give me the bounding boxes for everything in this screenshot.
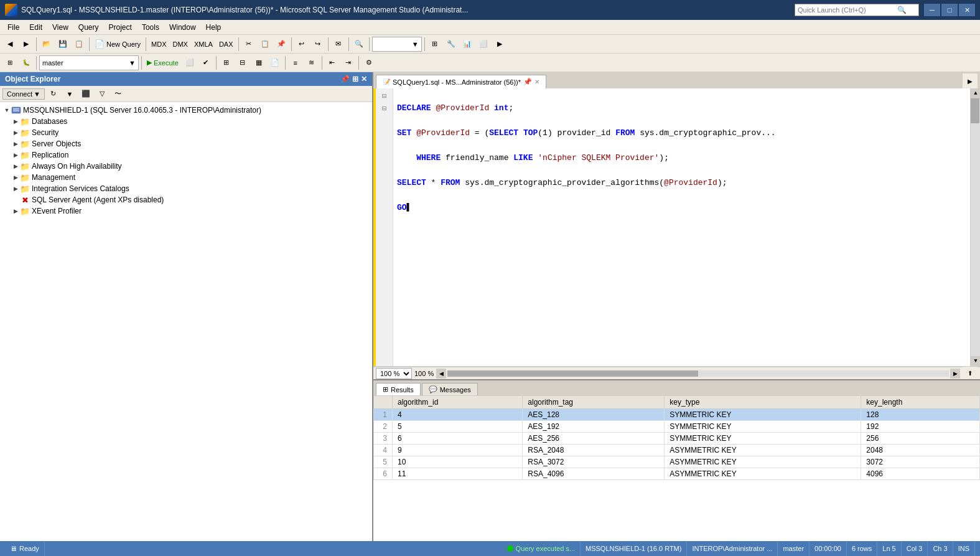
- parse-button[interactable]: ✔: [198, 55, 213, 70]
- options-button5[interactable]: ▶: [492, 37, 507, 52]
- xevent-expander[interactable]: ▶: [11, 207, 20, 215]
- vscroll-down-arrow[interactable]: ▼: [971, 356, 980, 366]
- col-key-type[interactable]: key_type: [665, 396, 861, 409]
- tb-btn-xmla[interactable]: XMLA: [192, 37, 215, 52]
- vscroll-track[interactable]: [971, 98, 980, 356]
- close-button[interactable]: ✕: [959, 4, 975, 16]
- oe-pin-icon[interactable]: 📌: [340, 75, 350, 83]
- menu-edit[interactable]: Edit: [24, 22, 47, 33]
- table-row[interactable]: 49RSA_2048ASYMMETRIC KEY2048: [374, 445, 980, 456]
- oe-close-icon[interactable]: ✕: [361, 75, 367, 83]
- agent-expander[interactable]: [11, 196, 20, 204]
- search-dropdown[interactable]: ▼: [372, 37, 422, 52]
- code-content[interactable]: DECLARE @ProviderId int; SET @ProviderId…: [393, 88, 970, 366]
- paste-button[interactable]: 📌: [274, 37, 289, 52]
- code-editor[interactable]: ⊟ ⊟ DECLARE @ProviderId int; SET @Provid…: [373, 88, 980, 367]
- execute-button[interactable]: ▶ Execute: [144, 55, 181, 70]
- col-key-length[interactable]: key_length: [861, 396, 980, 409]
- database-dropdown[interactable]: master ▼: [39, 55, 139, 70]
- server-objects-expander[interactable]: ▶: [11, 139, 20, 148]
- stop-button[interactable]: ⬜: [182, 55, 197, 70]
- hscroll-left-arrow[interactable]: ◀: [436, 369, 446, 379]
- table-row[interactable]: 611RSA_4096ASYMMETRIC KEY4096: [374, 468, 980, 480]
- open-file-button[interactable]: 📂: [39, 37, 54, 52]
- undo-button[interactable]: ↩: [294, 37, 309, 52]
- save-button[interactable]: 💾: [55, 37, 70, 52]
- options-button1[interactable]: ⊞: [427, 37, 442, 52]
- cut-button[interactable]: ✂: [241, 37, 256, 52]
- table-row[interactable]: 14AES_128SYMMETRIC KEY128: [374, 409, 980, 421]
- server-node[interactable]: ▼ MSSQLNSHIELD-1 (SQL Server 16.0.4065.3…: [0, 105, 372, 116]
- options-button4[interactable]: ⬜: [476, 37, 491, 52]
- tb-btn-mdx[interactable]: MDX: [149, 37, 169, 52]
- query-tab-1[interactable]: 📝 SQLQuery1.sql - MS...Administrator (56…: [376, 75, 546, 88]
- hscroll-right-arrow[interactable]: ▶: [950, 369, 960, 379]
- management-expander[interactable]: ▶: [11, 173, 20, 182]
- collapse-1[interactable]: ⊟: [378, 90, 390, 102]
- redo-button[interactable]: ↪: [310, 37, 325, 52]
- tb-btn-dax[interactable]: DAX: [217, 37, 236, 52]
- vscroll-thumb[interactable]: [971, 98, 979, 123]
- results-button[interactable]: ▦: [251, 55, 266, 70]
- oe-filter2-button[interactable]: ▽: [95, 87, 110, 101]
- scroll-tabs-right[interactable]: ▶: [963, 73, 978, 88]
- security-expander[interactable]: ▶: [11, 128, 20, 137]
- new-query-button[interactable]: 📄 New Query: [92, 37, 143, 52]
- oe-refresh-button[interactable]: ↻: [46, 87, 61, 101]
- results-to-file-button[interactable]: 📄: [268, 55, 282, 70]
- tree-databases[interactable]: ▶ 📁 Databases: [0, 116, 372, 127]
- menu-help[interactable]: Help: [201, 22, 226, 33]
- options-button3[interactable]: 📊: [460, 37, 475, 52]
- execution-plan-button[interactable]: ⊞: [219, 55, 234, 70]
- copy-button[interactable]: 📋: [258, 37, 273, 52]
- menu-view[interactable]: View: [47, 22, 73, 33]
- tree-xevent[interactable]: ▶ 📁 XEvent Profiler: [0, 205, 372, 217]
- mail-button[interactable]: ✉: [331, 37, 346, 52]
- always-on-expander[interactable]: ▶: [11, 162, 20, 171]
- server-expander[interactable]: ▼: [2, 106, 11, 115]
- results-tab[interactable]: ⊞ Results: [376, 383, 421, 395]
- hscroll-track[interactable]: [447, 370, 949, 377]
- menu-query[interactable]: Query: [73, 22, 104, 33]
- oe-filter-button[interactable]: ▼: [62, 87, 77, 101]
- minimize-button[interactable]: ─: [924, 4, 940, 16]
- format-button2[interactable]: ≋: [304, 55, 319, 70]
- debug-button[interactable]: 🐛: [19, 55, 34, 70]
- tb-btn-dmx[interactable]: DMX: [170, 37, 190, 52]
- indent-button[interactable]: ⊞: [2, 55, 17, 70]
- save-all-button[interactable]: 📋: [72, 37, 86, 52]
- expand-editor-button[interactable]: ⬆: [963, 366, 978, 381]
- messages-tab[interactable]: 💬 Messages: [422, 383, 478, 395]
- forward-button[interactable]: ▶: [19, 37, 34, 52]
- maximize-button[interactable]: □: [941, 4, 958, 16]
- collapse-2[interactable]: ⊟: [378, 102, 390, 115]
- integration-expander[interactable]: ▶: [11, 184, 20, 193]
- menu-tools[interactable]: Tools: [137, 22, 164, 33]
- oe-stop-button[interactable]: ⬛: [78, 87, 93, 101]
- tree-server-objects[interactable]: ▶ 📁 Server Objects: [0, 138, 372, 149]
- table-row[interactable]: 36AES_256SYMMETRIC KEY256: [374, 433, 980, 445]
- col-algorithm-id[interactable]: algorithm_id: [393, 396, 523, 409]
- table-row[interactable]: 510RSA_3072ASYMMETRIC KEY3072: [374, 456, 980, 468]
- indent-right-button[interactable]: ⇥: [341, 55, 356, 70]
- col-algorithm-tag[interactable]: algorithm_tag: [523, 396, 665, 409]
- databases-expander[interactable]: ▶: [11, 117, 20, 126]
- tree-always-on[interactable]: ▶ 📁 Always On High Availability: [0, 161, 372, 172]
- table-row[interactable]: 25AES_192SYMMETRIC KEY192: [374, 421, 980, 433]
- indent-left-button[interactable]: ⇤: [325, 55, 340, 70]
- zoom-select[interactable]: 100 %: [376, 368, 412, 379]
- hscroll-thumb[interactable]: [447, 370, 698, 377]
- oe-dock-icon[interactable]: ⊞: [352, 75, 358, 83]
- tree-replication[interactable]: ▶ 📁 Replication: [0, 149, 372, 161]
- more-button[interactable]: ⚙: [362, 55, 376, 70]
- client-stats-button[interactable]: ⊟: [235, 55, 250, 70]
- tree-security[interactable]: ▶ 📁 Security: [0, 127, 372, 138]
- search-toolbar-button[interactable]: 🔍: [352, 37, 366, 52]
- quick-launch-search[interactable]: 🔍: [795, 4, 919, 16]
- replication-expander[interactable]: ▶: [11, 151, 20, 159]
- oe-activity-button[interactable]: 〜: [111, 87, 126, 101]
- menu-file[interactable]: File: [2, 22, 24, 33]
- connect-button[interactable]: Connect ▼: [2, 88, 45, 100]
- menu-window[interactable]: Window: [164, 22, 201, 33]
- tree-agent[interactable]: ✖ SQL Server Agent (Agent XPs disabled): [0, 194, 372, 205]
